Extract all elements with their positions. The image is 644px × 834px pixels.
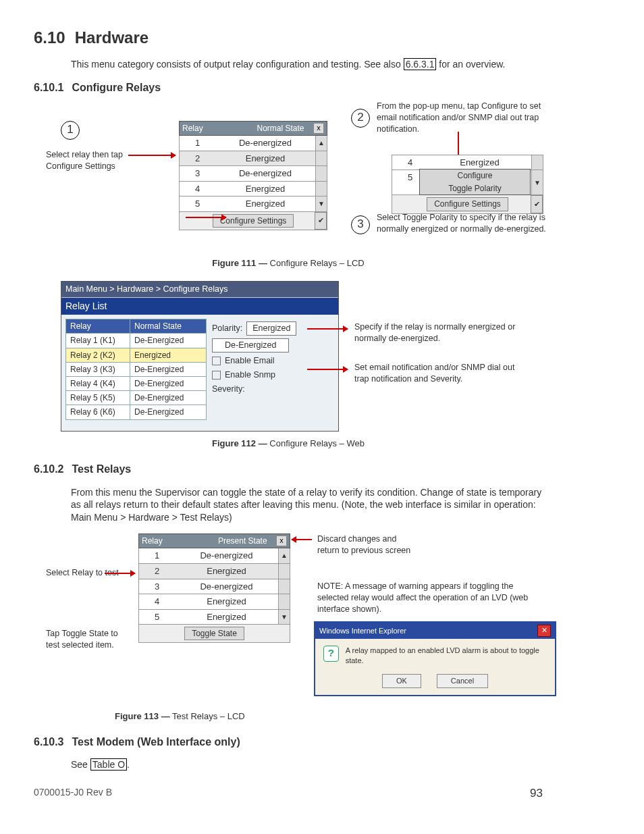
arrow-icon — [307, 369, 348, 370]
subsection-3-heading: 6.10.3Test Modem (Web Interface only) — [34, 735, 543, 750]
step-3-badge: 3 — [351, 215, 370, 234]
figure-111-caption: Figure 111 — Configure Relays – LCD — [34, 257, 543, 269]
polarity-deenergized-button[interactable]: De-Energized — [212, 338, 289, 353]
enable-snmp-label: Enable Snmp — [225, 369, 275, 381]
figure-112: Main Menu > Hardware > Configure Relays … — [34, 281, 543, 429]
menu-item-configure[interactable]: Configure — [420, 170, 530, 182]
close-icon[interactable]: x — [313, 123, 324, 134]
configure-settings-button[interactable]: Configure Settings — [427, 197, 508, 211]
table-row[interactable]: Relay 5 (K5)De-Energized — [66, 390, 206, 405]
lcd-relay-panel: Relay Normal State x 1De-energized▲ 2Ene… — [179, 121, 327, 230]
subsection-2-heading: 6.10.2Test Relays — [34, 462, 543, 477]
section-title: Hardware — [75, 28, 149, 47]
menu-item-toggle-polarity[interactable]: Toggle Polarity — [420, 182, 530, 194]
relay-row[interactable]: 4Energized — [179, 182, 327, 197]
ie-warning-dialog: Windows Internet Explorer ✕ ? A relay ma… — [314, 621, 556, 696]
annotation-polarity: Specify if the relay is normally energiz… — [354, 321, 523, 344]
scroll-up-icon[interactable]: ▲ — [315, 136, 327, 151]
breadcrumb: Main Menu > Hardware > Configure Relays — [61, 282, 338, 297]
scroll-down-icon[interactable]: ▼ — [278, 610, 290, 625]
scroll-down-icon[interactable]: ▼ — [315, 197, 327, 211]
cancel-button[interactable]: Cancel — [437, 674, 488, 688]
relay-row[interactable]: 3De-energized — [179, 166, 327, 182]
enable-email-label: Enable Email — [225, 355, 275, 367]
lcd-test-relay-panel: Relay Present State x 1De-energized▲ 2En… — [138, 533, 290, 643]
dialog-message: A relay mapped to an enabled LVD alarm i… — [346, 646, 547, 666]
lcd-popup-panel: 4Energized 5 Configure Toggle Polarity ▼… — [392, 155, 543, 214]
step-2-text: From the pop-up menu, tap Configure to s… — [377, 101, 552, 135]
xref-table-o[interactable]: Table O — [90, 758, 127, 771]
polarity-energized-button[interactable]: Energized — [246, 321, 296, 336]
table-row[interactable]: Relay 1 (K1)De-Energized — [66, 333, 206, 347]
arrow-icon — [307, 328, 348, 330]
relay-row[interactable]: 1De-energized▲ — [179, 136, 327, 151]
scroll-down-icon[interactable]: ▼ — [531, 170, 543, 194]
relay-row[interactable]: 5Energized▼ — [179, 197, 327, 212]
question-icon: ? — [323, 646, 339, 662]
close-icon[interactable]: x — [276, 536, 287, 546]
confirm-icon[interactable]: ✔ — [531, 195, 543, 213]
lvd-note: NOTE: A message of warning appears if to… — [317, 581, 547, 615]
intro-paragraph: This menu category consists of output re… — [71, 58, 543, 71]
page-footer: 0700015-J0 Rev B 93 — [34, 786, 543, 802]
toggle-state-button[interactable]: Toggle State — [184, 627, 244, 640]
checkbox-icon[interactable] — [212, 357, 221, 365]
arrow-icon — [128, 155, 176, 156]
step-2-badge: 2 — [351, 109, 370, 128]
arrow-icon — [105, 573, 135, 574]
section-number: 6.10 — [34, 28, 65, 47]
relay-row[interactable]: 4Energized — [392, 155, 543, 171]
confirm-icon[interactable]: ✔ — [315, 212, 327, 230]
subsection-1-heading: 6.10.1Configure Relays — [34, 80, 543, 95]
relay-row[interactable]: 1De-energized▲ — [138, 548, 290, 564]
label-toggle-state: Tap Toggle State to test selected item. — [46, 628, 127, 651]
checkbox-icon[interactable] — [212, 371, 221, 380]
web-config-panel: Main Menu > Hardware > Configure Relays … — [61, 281, 339, 431]
figure-112-caption: Figure 112 — Configure Relays – Web — [34, 438, 543, 450]
table-row[interactable]: Relay 4 (K4)De-Energized — [66, 376, 206, 390]
panel-header: Relay Present State x — [138, 533, 290, 548]
panel-header: Relay Normal State x — [179, 121, 327, 136]
relay-row[interactable]: 2Energized — [179, 151, 327, 167]
figure-113: Select Relay to test Tap Toggle State to… — [34, 533, 543, 702]
relay-row[interactable]: 2Energized — [138, 564, 290, 579]
close-icon[interactable]: ✕ — [537, 625, 551, 637]
sub2-body: From this menu the Supervisor can toggle… — [71, 486, 543, 525]
page-number: 93 — [530, 786, 543, 802]
dialog-title: Windows Internet Explorer — [319, 626, 406, 636]
relay-row[interactable]: 3De-energized — [138, 579, 290, 595]
context-menu: Configure Toggle Polarity — [419, 169, 531, 194]
step-3-text: Select Toggle Polarity to specify if the… — [377, 212, 566, 235]
scroll-up-icon[interactable]: ▲ — [278, 548, 290, 563]
xref-6631[interactable]: 6.6.3.1 — [404, 58, 437, 70]
arrow-icon — [292, 539, 312, 540]
relay-list-table: RelayNormal State Relay 1 (K1)De-Energiz… — [65, 319, 207, 419]
table-row[interactable]: Relay 3 (K3)De-Energized — [66, 362, 206, 376]
step-1-badge: 1 — [61, 121, 80, 140]
annotation-notify: Set email notification and/or SNMP dial … — [354, 362, 523, 385]
sub3-body: See Table O. — [71, 758, 543, 771]
relay-row[interactable]: 5Energized▼ — [138, 610, 290, 625]
relay-row[interactable]: 4Energized — [138, 594, 290, 610]
section-heading: 6.10Hardware — [34, 27, 543, 49]
ok-button[interactable]: OK — [382, 674, 421, 688]
severity-label: Severity: — [212, 384, 245, 395]
figure-113-caption: Figure 113 — Test Relays – LCD — [115, 710, 543, 723]
label-discard: Discard changes and return to previous s… — [317, 533, 419, 556]
arrow-icon — [186, 217, 226, 218]
table-row[interactable]: Relay 2 (K2)Energized — [66, 348, 206, 362]
relay-options: Polarity: Energized De-Energized Enable … — [212, 319, 296, 419]
figure-111: 1 Select relay then tap Configure Settin… — [34, 101, 543, 249]
panel-subtitle: Relay List — [61, 297, 338, 315]
table-row[interactable]: Relay 6 (K6)De-Energized — [66, 405, 206, 419]
doc-id: 0700015-J0 Rev B — [34, 786, 112, 802]
relay-row[interactable]: 5 Configure Toggle Polarity ▼ — [392, 170, 543, 195]
step-1-text: Select relay then tap Configure Settings — [46, 149, 154, 172]
